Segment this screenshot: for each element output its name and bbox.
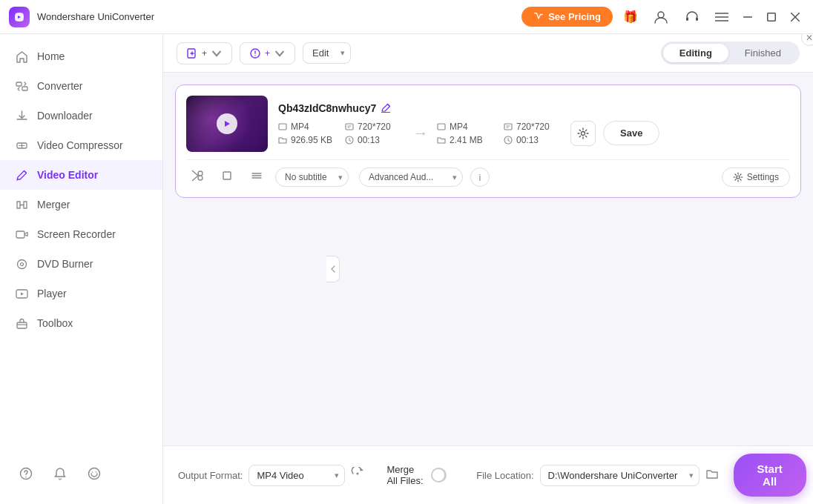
sidebar-item-video-editor[interactable]: Video Editor [0, 160, 162, 190]
app-logo [9, 7, 30, 27]
svg-point-23 [96, 471, 97, 473]
merger-icon [15, 198, 28, 211]
more-tools-button[interactable] [246, 168, 268, 187]
output-format-refresh-button[interactable] [351, 467, 364, 484]
svg-rect-27 [346, 124, 353, 130]
video-filename: Qb43zIdC8nwhucy7 [278, 102, 790, 115]
sidebar-item-merger[interactable]: Merger [0, 190, 162, 219]
video-specs-row: MP4 926.95 KB 720*720 [278, 121, 790, 146]
bottom-bar: Output Format: MP4 Video Merge All Files… [163, 445, 813, 504]
player-icon [15, 287, 28, 300]
help-icon [19, 467, 33, 483]
help-button[interactable] [15, 464, 37, 486]
collapse-sidebar-button[interactable] [326, 256, 340, 282]
svg-rect-10 [16, 82, 22, 86]
file-location-select-wrap: D:\Wondershare UniConverter [540, 465, 700, 486]
refresh-icon [351, 467, 364, 480]
cut-tool-button[interactable] [186, 168, 208, 187]
audio-dropdown-wrap: Advanced Aud... [359, 168, 463, 187]
sidebar-item-converter[interactable]: Converter [0, 71, 162, 101]
close-icon [791, 13, 800, 21]
output-size: 2.41 MB [437, 135, 504, 145]
video-info-main: Qb43zIdC8nwhucy7 [278, 102, 790, 146]
input-specs-2: 720*720 00:13 [345, 122, 404, 145]
gift-icon: 🎁 [623, 10, 638, 24]
input-duration: 00:13 [345, 135, 404, 145]
add-media-button[interactable]: + [240, 42, 295, 64]
minimize-button[interactable] [739, 13, 757, 21]
sidebar-item-downloader[interactable]: Downloader [0, 101, 162, 130]
downloader-icon [15, 109, 28, 122]
svg-point-38 [357, 472, 359, 474]
output-settings-button[interactable] [570, 121, 596, 146]
sidebar-item-home[interactable]: Home [0, 42, 162, 71]
crop-icon [220, 169, 234, 182]
output-format-select-wrap: MP4 Video [248, 465, 345, 486]
feedback-button[interactable] [83, 464, 105, 486]
edit-dropdown-wrap: Edit [303, 42, 351, 64]
menu-button[interactable] [711, 9, 733, 25]
audio-dropdown[interactable]: Advanced Aud... [359, 168, 463, 187]
toolbox-icon [15, 316, 28, 330]
merge-toggle-switch[interactable] [431, 468, 447, 483]
save-button[interactable]: Save [603, 121, 659, 145]
settings-text-button[interactable]: Settings [722, 168, 790, 187]
menu-icon [715, 12, 728, 22]
edit-filename-icon[interactable] [381, 102, 391, 115]
add-file-label: + [202, 48, 207, 59]
headset-icon [684, 9, 700, 25]
see-pricing-button[interactable]: See Pricing [521, 7, 613, 27]
converter-icon [15, 79, 28, 93]
svg-rect-33 [223, 172, 231, 179]
svg-rect-2 [696, 17, 698, 21]
merge-label: Merge All Files: [386, 464, 425, 486]
convert-arrow: → [404, 125, 437, 142]
add-media-dropdown-icon [274, 47, 286, 59]
svg-point-15 [20, 262, 23, 265]
video-thumbnail [186, 96, 268, 152]
info-button[interactable]: i [470, 168, 490, 187]
sidebar-item-toolbox[interactable]: Toolbox [0, 308, 162, 338]
sidebar-item-player[interactable]: Player [0, 279, 162, 308]
sidebar-item-screen-recorder[interactable]: Screen Recorder [0, 219, 162, 249]
headset-button[interactable] [679, 6, 705, 28]
gift-button[interactable]: 🎁 [619, 7, 642, 27]
input-resolution: 720*720 [345, 122, 404, 132]
scissors-icon [191, 169, 204, 182]
edit-dropdown[interactable]: Edit [303, 42, 351, 64]
close-button[interactable] [786, 10, 804, 24]
add-file-dropdown-icon [211, 47, 223, 59]
play-icon [223, 119, 231, 128]
output-format-select[interactable]: MP4 Video [248, 465, 345, 486]
editor-icon [15, 168, 28, 182]
svg-rect-7 [768, 13, 776, 21]
add-file-icon [186, 47, 198, 59]
start-all-button[interactable]: Start All [734, 454, 806, 497]
svg-rect-13 [16, 231, 24, 238]
resolution-icon [345, 122, 354, 131]
tab-editing[interactable]: Editing [663, 44, 728, 62]
svg-point-37 [737, 176, 740, 179]
subtitle-dropdown[interactable]: No subtitle [275, 168, 349, 187]
add-media-icon [249, 47, 261, 59]
add-file-button[interactable]: + [177, 42, 232, 64]
output-specs: MP4 2.41 MB [437, 122, 504, 145]
crop-tool-button[interactable] [216, 168, 238, 187]
file-location-select[interactable]: D:\Wondershare UniConverter [540, 465, 700, 486]
output-format-field: Output Format: MP4 Video [178, 465, 364, 486]
output-format-label: Output Format: [178, 470, 243, 481]
bell-icon [53, 467, 67, 483]
browse-folder-button[interactable] [705, 467, 719, 484]
app-title: Wondershare UniConverter [37, 11, 521, 22]
maximize-button[interactable] [763, 10, 780, 24]
sidebar: Home Converter Downloader [0, 34, 163, 504]
tab-finished[interactable]: Finished [728, 44, 797, 62]
folder-icon [278, 136, 287, 145]
svg-rect-17 [17, 322, 27, 328]
svg-rect-26 [279, 124, 286, 130]
sidebar-item-video-compressor[interactable]: Video Compressor [0, 130, 162, 160]
folder-icon-out [437, 136, 446, 145]
sidebar-item-dvd-burner[interactable]: DVD Burner [0, 249, 162, 279]
account-button[interactable] [648, 6, 674, 28]
notification-button[interactable] [49, 464, 71, 486]
